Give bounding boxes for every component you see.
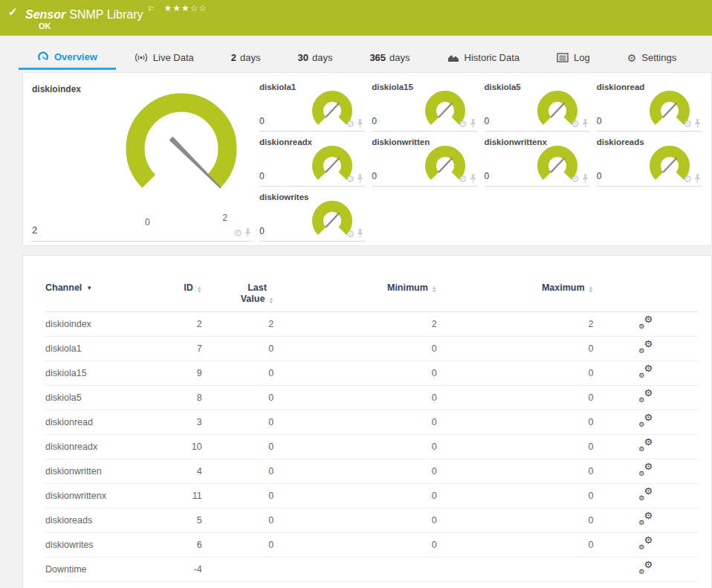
table-row: diskionwritten 4 0 0 0 ⚙ ⚙ xyxy=(45,459,698,484)
gauge-settings-icon[interactable]: ⚙ xyxy=(459,174,467,184)
pin-icon[interactable] xyxy=(470,174,476,184)
gauge-settings-icon[interactable]: ⚙ xyxy=(571,119,580,129)
tab-overview[interactable]: Overview xyxy=(19,45,116,70)
star-icon[interactable]: ☆ xyxy=(198,3,207,13)
table-row: Downtime -4 ⚙ ⚙ xyxy=(45,558,698,582)
gauge-current-value: 0 xyxy=(485,171,490,181)
channel-name-cell: diskiowrites xyxy=(45,533,149,558)
table-row: diskionreadx 10 0 0 0 ⚙ ⚙ xyxy=(45,435,698,459)
pin-icon[interactable] xyxy=(470,119,476,129)
star-icon[interactable]: ☆ xyxy=(190,3,199,13)
gear-icon: ⚙ xyxy=(644,364,653,373)
channel-name-cell: Downtime xyxy=(45,558,149,582)
tab-30-days[interactable]: 30days xyxy=(279,45,351,70)
gear-icon: ⚙ xyxy=(644,437,653,447)
column-header-id[interactable]: ID▲▼ xyxy=(149,256,201,312)
priority-stars[interactable]: ★★★☆☆ xyxy=(164,3,207,13)
channel-settings-button[interactable]: ⚙ ⚙ xyxy=(638,341,653,354)
sensor-status-bar: ✓ SensorSNMP Library⚐★★★☆☆ OK xyxy=(0,0,712,36)
minimum-cell: 2 xyxy=(274,312,437,337)
minimum-cell xyxy=(274,558,437,582)
gear-icon: ⚙ xyxy=(638,348,644,355)
id-cell: 10 xyxy=(149,435,201,459)
channel-settings-button[interactable]: ⚙ ⚙ xyxy=(638,390,653,403)
sort-icon: ▲▼ xyxy=(197,285,202,293)
last-value-cell: 0 xyxy=(202,508,274,533)
star-icon[interactable]: ★ xyxy=(181,3,190,13)
channel-name-cell: diskionwritten xyxy=(45,459,149,484)
maximum-cell: 0 xyxy=(437,410,594,435)
tab-number: 2 xyxy=(231,52,236,63)
maximum-cell: 0 xyxy=(437,484,594,508)
gauge-settings-icon[interactable]: ⚙ xyxy=(571,174,580,184)
channel-settings-button[interactable]: ⚙ ⚙ xyxy=(638,562,653,575)
last-value-cell: 0 xyxy=(202,533,274,558)
last-value-cell: 0 xyxy=(202,410,274,435)
channel-settings-button[interactable]: ⚙ ⚙ xyxy=(638,464,653,476)
minimum-cell: 0 xyxy=(274,508,437,533)
star-icon[interactable]: ★ xyxy=(172,3,181,13)
tab-label: Overview xyxy=(54,51,97,62)
pin-icon[interactable] xyxy=(357,119,363,129)
column-header-maximum[interactable]: Maximum▲▼ xyxy=(437,256,594,312)
tab-settings[interactable]: ⚙Settings xyxy=(609,45,696,70)
gauge-settings-icon[interactable]: ⚙ xyxy=(233,228,242,238)
gauge-settings-icon[interactable]: ⚙ xyxy=(683,174,692,184)
log-icon xyxy=(557,52,569,63)
ok-check-icon: ✓ xyxy=(8,5,18,19)
channel-settings-button[interactable]: ⚙ ⚙ xyxy=(638,537,653,550)
star-icon[interactable]: ★ xyxy=(164,3,172,13)
gauges-panel: diskioindex 0 2 2 ⚙ diskiola1 0 ⚙ xyxy=(22,72,712,246)
tab-historic-data[interactable]: Historic Data xyxy=(429,45,538,70)
id-cell: 11 xyxy=(149,484,201,508)
pin-icon[interactable] xyxy=(582,119,589,129)
gauge-settings-icon[interactable]: ⚙ xyxy=(459,119,467,129)
tab-log[interactable]: Log xyxy=(538,45,609,70)
gauge-settings-icon[interactable]: ⚙ xyxy=(346,229,355,239)
tab-live-data[interactable]: Live Data xyxy=(116,45,213,70)
channel-settings-button[interactable]: ⚙ ⚙ xyxy=(638,513,653,526)
column-header-channel[interactable]: Channel▼ xyxy=(45,256,149,312)
id-cell: 5 xyxy=(149,508,201,533)
pin-icon[interactable] xyxy=(582,174,589,184)
gear-icon: ⚙ xyxy=(638,421,644,428)
sort-icon: ▲▼ xyxy=(432,285,437,293)
sort-desc-icon: ▼ xyxy=(86,285,92,291)
channel-settings-button[interactable]: ⚙ ⚙ xyxy=(638,439,653,452)
channel-settings-button[interactable]: ⚙ ⚙ xyxy=(638,415,653,427)
gauge-current-value: 0 xyxy=(372,116,377,126)
pin-icon[interactable] xyxy=(245,228,251,238)
gauge-settings-icon[interactable]: ⚙ xyxy=(346,174,355,184)
gauge-settings-icon[interactable]: ⚙ xyxy=(346,119,355,129)
minimum-cell: 0 xyxy=(274,459,437,484)
tab-365-days[interactable]: 365days xyxy=(351,45,428,70)
pin-icon[interactable] xyxy=(357,174,363,184)
column-header-minimum[interactable]: Minimum▲▼ xyxy=(274,256,437,312)
gauge-scale-min: 0 xyxy=(145,217,150,227)
id-cell: 6 xyxy=(149,533,201,558)
last-value-cell: 0 xyxy=(202,435,274,459)
channel-settings-button[interactable]: ⚙ ⚙ xyxy=(638,488,653,501)
gauge-channel-label: diskiola15 xyxy=(372,83,413,91)
last-value-cell: 2 xyxy=(202,312,274,337)
gear-icon: ⚙ xyxy=(638,446,644,453)
sensor-title: SensorSNMP Library⚐★★★☆☆ xyxy=(25,3,207,22)
minimum-cell: 0 xyxy=(274,361,437,386)
tab-2-days[interactable]: 2days xyxy=(213,45,279,70)
gauge-panel-diskionwrittenx: diskionwrittenx 0 ⚙ xyxy=(485,137,590,187)
flag-icon[interactable]: ⚐ xyxy=(148,4,155,13)
column-header-last-value[interactable]: LastValue▲▼ xyxy=(202,256,274,312)
pin-icon[interactable] xyxy=(357,229,363,239)
channel-settings-button[interactable]: ⚙ ⚙ xyxy=(638,366,653,378)
minimum-cell: 0 xyxy=(274,337,437,361)
gauge-settings-icon[interactable]: ⚙ xyxy=(683,119,692,129)
maximum-cell: 0 xyxy=(437,508,594,533)
maximum-cell: 0 xyxy=(437,459,594,484)
channel-settings-button[interactable]: ⚙ ⚙ xyxy=(638,317,653,329)
maximum-cell: 2 xyxy=(437,312,594,337)
pin-icon[interactable] xyxy=(694,174,701,184)
id-cell: 3 xyxy=(149,410,201,435)
gauge-channel-label: diskiola5 xyxy=(485,83,521,91)
pin-icon[interactable] xyxy=(694,119,701,129)
channel-name-cell: diskiola15 xyxy=(45,361,149,386)
